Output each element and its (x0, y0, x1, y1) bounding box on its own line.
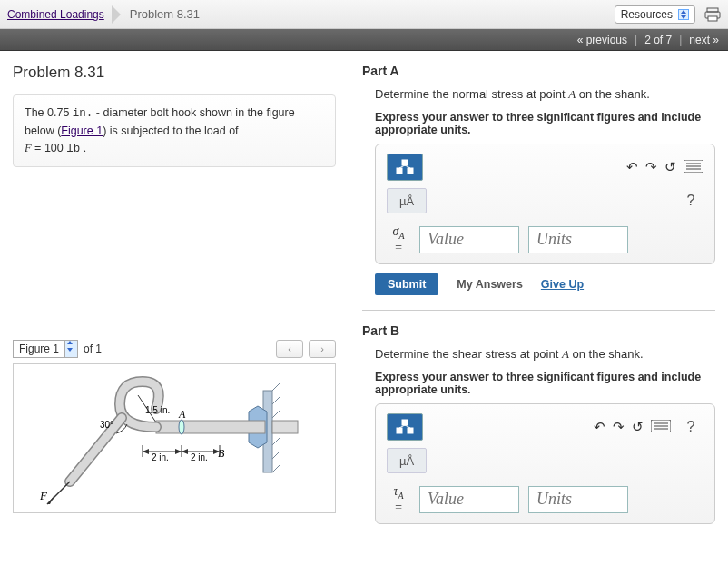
svg-line-10 (272, 465, 280, 472)
redo-icon[interactable]: ↷ (645, 159, 657, 175)
keyboard-icon[interactable] (651, 420, 671, 435)
help-icon[interactable]: ? (678, 414, 703, 440)
svg-marker-32 (175, 449, 182, 454)
problem-F-unit: lb (66, 143, 80, 155)
part-b-title: Part B (362, 323, 715, 338)
problem-F-value: = 100 (32, 142, 67, 154)
part-a-answer-panel: ↶ ↷ ↺ µÅ ? σA= (375, 144, 715, 264)
figure-link[interactable]: Figure 1 (61, 124, 103, 137)
svg-line-8 (272, 438, 280, 445)
svg-text:30°: 30° (100, 420, 113, 430)
figure-prev-button[interactable]: ‹ (276, 340, 303, 358)
nav-position: 2 of 7 (644, 34, 672, 46)
keyboard-icon[interactable] (684, 160, 703, 175)
print-icon[interactable] (704, 7, 721, 22)
nav-prev[interactable]: « previous (577, 34, 627, 46)
units-picker-button[interactable]: µÅ (387, 188, 427, 213)
part-b-answer-panel: ↶ ↷ ↺ ? µÅ τA= (375, 403, 715, 524)
figure-image: F 30° 1.5 in. A B 2 in. 2 in. (13, 363, 336, 513)
dropdown-spinner-icon (678, 9, 689, 20)
part-b-prompt: Determine the shear stress at point A on… (362, 347, 715, 362)
templates-button[interactable] (387, 154, 423, 181)
undo-icon[interactable]: ↶ (594, 419, 605, 435)
nav-sep: | (679, 34, 682, 46)
reset-icon[interactable]: ↺ (632, 419, 644, 435)
part-a-symbol: σA= (387, 224, 410, 254)
svg-point-37 (179, 420, 184, 434)
svg-line-17 (70, 418, 122, 482)
part-b-units-input[interactable] (528, 486, 628, 513)
part-a-title: Part A (362, 64, 715, 78)
part-a-submit-button[interactable]: Submit (375, 273, 438, 295)
divider (362, 310, 715, 311)
figure-selector[interactable]: Figure 1 (13, 340, 78, 358)
svg-rect-47 (402, 420, 408, 425)
nav-next[interactable]: next » (689, 34, 719, 46)
svg-rect-15 (272, 421, 298, 433)
svg-marker-33 (182, 449, 188, 454)
figure-selector-label: Figure 1 (14, 341, 64, 357)
reset-icon[interactable]: ↺ (664, 159, 676, 175)
svg-rect-39 (397, 168, 402, 174)
part-b-value-input[interactable] (419, 486, 519, 513)
svg-rect-48 (397, 428, 402, 433)
problem-unit: in. (73, 107, 93, 120)
part-a-giveup-link[interactable]: Give Up (541, 278, 584, 291)
part-a-prompt: Determine the normal stress at point A o… (362, 87, 715, 102)
svg-line-5 (272, 397, 280, 404)
problem-text: ) is subjected to the load of (103, 124, 238, 137)
svg-rect-0 (707, 8, 718, 12)
part-b-instructions: Express your answer to three significant… (362, 371, 715, 396)
main-content: Problem 8.31 The 0.75 in. - diameter bol… (0, 51, 728, 566)
problem-text: The 0.75 (25, 106, 73, 119)
templates-button[interactable] (387, 413, 423, 441)
units-picker-button[interactable]: µÅ (387, 448, 427, 473)
figure-count: of 1 (84, 343, 102, 355)
part-a-value-input[interactable] (419, 226, 519, 253)
svg-text:2 in.: 2 in. (191, 452, 208, 462)
svg-text:2 in.: 2 in. (152, 452, 169, 462)
right-pane: Part A Determine the normal stress at po… (349, 51, 728, 566)
undo-icon[interactable]: ↶ (626, 159, 638, 175)
left-pane: Problem 8.31 The 0.75 in. - diameter bol… (0, 51, 349, 566)
problem-F-symbol: F (25, 142, 32, 154)
spinner-icon (64, 341, 77, 357)
svg-rect-11 (156, 421, 265, 433)
figure-next-button[interactable]: › (309, 340, 336, 358)
part-a-my-answers[interactable]: My Answers (457, 278, 522, 291)
part-a-instructions: Express your answer to three significant… (362, 111, 715, 136)
svg-marker-31 (143, 449, 149, 454)
problem-title: Problem 8.31 (13, 64, 336, 82)
chevron-right-icon (112, 5, 121, 24)
svg-line-9 (272, 452, 280, 459)
svg-rect-40 (408, 168, 413, 174)
figure-header: Figure 1 of 1 ‹ › (13, 340, 336, 358)
hook-diagram: F 30° 1.5 in. A B 2 in. 2 in. (20, 368, 329, 509)
svg-rect-49 (408, 428, 413, 433)
svg-rect-38 (402, 160, 408, 165)
part-b-symbol: τA= (387, 484, 410, 514)
part-a-units-input[interactable] (528, 226, 628, 253)
resources-button[interactable]: Resources (615, 5, 695, 24)
breadcrumb-parent[interactable]: Combined Loadings (7, 8, 104, 21)
problem-text: . (80, 142, 86, 154)
svg-line-6 (272, 411, 280, 418)
svg-text:B: B (218, 447, 225, 460)
svg-line-4 (272, 383, 280, 391)
nav-sep: | (635, 34, 637, 46)
svg-text:F: F (39, 489, 48, 502)
breadcrumb-current: Problem 8.31 (130, 7, 200, 21)
top-bar: Combined Loadings Problem 8.31 Resources (0, 0, 728, 29)
help-icon[interactable]: ? (678, 188, 703, 213)
svg-marker-19 (47, 495, 54, 504)
svg-text:A: A (178, 408, 186, 421)
redo-icon[interactable]: ↷ (613, 419, 625, 435)
svg-rect-2 (708, 16, 717, 21)
resources-label: Resources (621, 8, 673, 21)
svg-text:1.5 in.: 1.5 in. (145, 405, 170, 415)
problem-nav: « previous | 2 of 7 | next » (0, 29, 728, 51)
problem-statement: The 0.75 in. - diameter bolt hook shown … (13, 94, 336, 167)
